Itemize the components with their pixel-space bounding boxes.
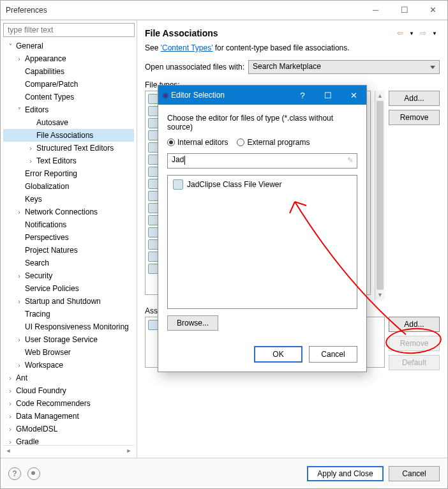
assoc-default-button: Default [389, 355, 440, 370]
tree-content-types[interactable]: Content Types [3, 91, 134, 103]
file-type-icon [148, 130, 158, 140]
tree-autosave[interactable]: Autosave [3, 116, 134, 129]
file-type-icon [148, 252, 158, 262]
tree-workspace[interactable]: ›Workspace [3, 359, 134, 372]
content-types-link[interactable]: 'Content Types' [161, 43, 213, 52]
modal-maximize-button[interactable]: ☐ [315, 86, 341, 105]
preferences-tree[interactable]: ˅General ›Appearance Capabilities Compar… [3, 40, 134, 445]
tree-search[interactable]: Search [3, 257, 134, 269]
editor-selection-dialog: Editor Selection ? ☐ ✕ Choose the editor… [158, 85, 367, 372]
editor-result-icon [173, 179, 183, 190]
tree-tracing[interactable]: Tracing [3, 308, 134, 320]
help-icon[interactable]: ? [8, 467, 21, 480]
file-types-scrollbar[interactable]: ▲ ▼ [375, 91, 385, 300]
modal-help-button[interactable]: ? [290, 86, 315, 105]
forward-menu-icon[interactable]: ▼ [429, 28, 440, 38]
file-types-remove-button[interactable]: Remove [389, 110, 440, 125]
tree-data-management[interactable]: ›Data Management [3, 410, 134, 423]
file-type-icon [148, 142, 158, 153]
tree-general[interactable]: ˅General [3, 40, 134, 52]
back-menu-icon[interactable]: ▼ [407, 28, 417, 38]
tree-notifications[interactable]: Notifications [3, 218, 134, 231]
apply-close-button[interactable]: Apply and Close [307, 466, 384, 481]
file-type-icon [148, 118, 158, 128]
result-item[interactable]: JadClipse Class File Viewer [170, 178, 354, 191]
tree-appearance[interactable]: ›Appearance [3, 52, 134, 65]
file-type-icon [148, 94, 158, 104]
tree-error-reporting[interactable]: Error Reporting [3, 167, 134, 180]
open-with-dropdown[interactable]: Search Marketplace [248, 60, 440, 74]
tree-service-policies[interactable]: Service Policies [3, 282, 134, 295]
page-title: File Associations [145, 28, 395, 38]
tree-compare[interactable]: Compare/Patch [3, 78, 134, 91]
tree-gradle[interactable]: ›Gradle [3, 435, 134, 445]
editor-icon [148, 320, 158, 330]
tree-globalization[interactable]: Globalization [3, 180, 134, 193]
file-type-icon [148, 167, 158, 177]
tree-user-storage[interactable]: ›User Storage Service [3, 333, 134, 346]
eclipse-icon [162, 91, 171, 100]
tree-structured-text[interactable]: ›Structured Text Editors [3, 142, 134, 154]
tree-cloud-foundry[interactable]: ›Cloud Foundry [3, 384, 134, 397]
tree-capabilities[interactable]: Capabilities [3, 65, 134, 78]
maximize-button[interactable]: ☐ [390, 1, 419, 20]
tree-security[interactable]: ›Security [3, 269, 134, 282]
back-icon[interactable]: ⇦ [395, 28, 405, 38]
assoc-remove-button: Remove [389, 336, 440, 351]
import-export-icon[interactable] [27, 467, 40, 480]
open-with-label: Open unassociated files with: [145, 63, 244, 71]
clear-input-icon[interactable]: ✎ [347, 156, 354, 165]
modal-close-button[interactable]: ✕ [341, 86, 366, 105]
titlebar: Preferences ─ ☐ ✕ [1, 1, 447, 20]
close-button[interactable]: ✕ [419, 1, 447, 20]
tree-text-editors[interactable]: ›Text Editors [3, 154, 134, 167]
tree-editors[interactable]: ˅Editors [3, 103, 134, 116]
tree-gmodeldsl[interactable]: ›GModelDSL [3, 423, 134, 435]
modal-ok-button[interactable]: OK [254, 346, 302, 363]
file-type-icon [148, 191, 158, 201]
modal-titlebar: Editor Selection ? ☐ ✕ [158, 86, 366, 105]
file-type-icon [148, 227, 158, 237]
modal-cancel-button[interactable]: Cancel [309, 346, 357, 363]
internal-editors-radio[interactable]: Internal editors [167, 138, 228, 147]
tree-ui-responsiveness[interactable]: UI Responsiveness Monitoring [3, 320, 134, 333]
minimize-button[interactable]: ─ [361, 1, 390, 20]
tree-startup[interactable]: ›Startup and Shutdown [3, 295, 134, 308]
editor-results-list[interactable]: JadClipse Class File Viewer [167, 175, 357, 309]
modal-instruction: Choose the editor for files of type (*.c… [167, 114, 357, 132]
file-type-icon [148, 264, 158, 274]
window-title: Preferences [6, 6, 361, 15]
file-type-icon [148, 215, 158, 225]
footer: ? Apply and Close Cancel [1, 458, 447, 488]
browse-button[interactable]: Browse... [167, 315, 218, 331]
radio-unchecked-icon [237, 139, 244, 146]
file-type-icon [148, 203, 158, 213]
tree-keys[interactable]: Keys [3, 193, 134, 206]
file-type-icon [148, 154, 158, 165]
tree-project-natures[interactable]: Project Natures [3, 244, 134, 257]
assoc-add-button[interactable]: Add... [389, 317, 440, 332]
external-programs-radio[interactable]: External programs [237, 138, 310, 147]
file-type-icon [148, 239, 158, 250]
forward-icon[interactable]: ⇨ [418, 28, 428, 38]
description: See 'Content Types' for content-type bas… [145, 43, 440, 52]
file-type-icon [148, 179, 158, 189]
tree-file-associations[interactable]: File Associations [3, 129, 134, 142]
tree-web-browser[interactable]: Web Browser [3, 346, 134, 359]
nav-icons: ⇦ ▼ ⇨ ▼ [395, 28, 440, 38]
tree-code-recommenders[interactable]: ›Code Recommenders [3, 397, 134, 410]
tree-ant[interactable]: ›Ant [3, 372, 134, 384]
cancel-button[interactable]: Cancel [389, 466, 440, 481]
filter-input[interactable] [3, 23, 135, 37]
sidebar: ˅General ›Appearance Capabilities Compar… [1, 20, 137, 458]
radio-checked-icon [167, 139, 175, 146]
file-type-icon [148, 106, 158, 116]
modal-title: Editor Selection [171, 91, 290, 100]
file-types-add-button[interactable]: Add... [389, 91, 440, 106]
editor-filter-input[interactable]: Jad [167, 153, 357, 169]
sidebar-hscroll[interactable]: ◄► [3, 445, 134, 455]
tree-network[interactable]: ›Network Connections [3, 206, 134, 218]
tree-perspectives[interactable]: Perspectives [3, 231, 134, 244]
